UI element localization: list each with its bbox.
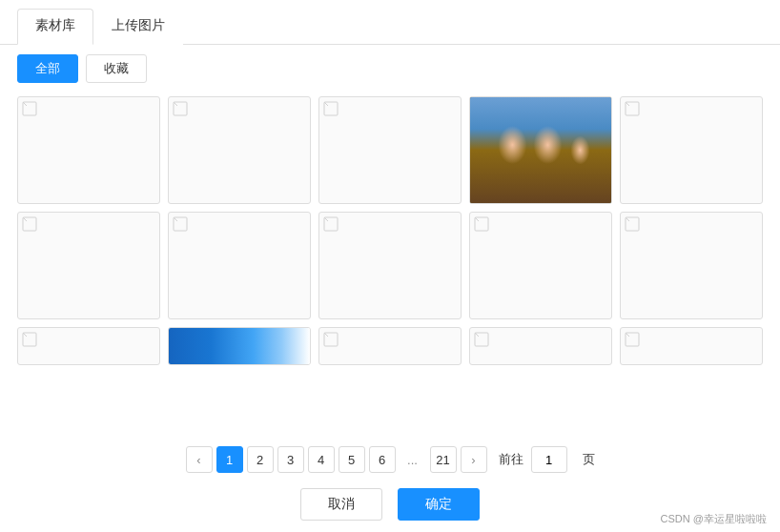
svg-line-42	[626, 217, 629, 221]
svg-line-46	[324, 333, 328, 337]
broken-image-icon	[625, 216, 640, 232]
broken-image-icon	[173, 101, 188, 116]
svg-line-1	[23, 102, 27, 106]
filter-favorites-button[interactable]: 收藏	[86, 54, 147, 83]
broken-image-icon	[625, 101, 640, 116]
svg-rect-24	[534, 148, 548, 154]
image-cell-1[interactable]	[17, 96, 160, 204]
svg-rect-20	[526, 161, 543, 181]
image-cell-10[interactable]	[620, 212, 763, 319]
image-cell-9[interactable]	[469, 212, 612, 319]
svg-line-38	[324, 217, 328, 221]
confirm-button[interactable]: 确定	[398, 488, 480, 521]
image-cell-7[interactable]	[168, 212, 311, 319]
svg-line-48	[475, 333, 479, 337]
svg-point-14	[580, 148, 596, 164]
image-cell-2[interactable]	[168, 96, 311, 204]
broken-image-icon	[22, 216, 37, 232]
image-cell-15[interactable]	[620, 327, 763, 365]
svg-point-28	[535, 138, 539, 143]
svg-point-12	[524, 139, 545, 160]
svg-rect-10	[576, 169, 582, 193]
page-btn-2[interactable]: 2	[247, 446, 274, 473]
tab-library[interactable]: 素材库	[17, 9, 93, 45]
broken-image-icon	[625, 332, 640, 347]
cancel-button[interactable]: 取消	[300, 488, 382, 521]
broken-image-icon	[323, 216, 339, 232]
svg-point-17	[555, 139, 574, 151]
main-container: 素材库 上传图片 全部 收藏	[0, 0, 780, 532]
svg-rect-23	[531, 153, 550, 164]
svg-line-40	[475, 217, 479, 221]
image-cell-8[interactable]	[318, 212, 462, 319]
broken-image-icon	[323, 101, 339, 116]
goto-suffix: 页	[583, 451, 595, 468]
watermark: CSDN @幸运星啦啦啦	[661, 512, 767, 526]
broken-image-icon	[22, 101, 37, 116]
svg-rect-7	[470, 151, 611, 204]
broken-image-icon	[22, 332, 37, 347]
image-cell-6[interactable]	[17, 212, 160, 319]
filter-all-button[interactable]: 全部	[17, 54, 78, 83]
image-cell-4[interactable]	[469, 96, 612, 204]
svg-rect-9	[500, 169, 505, 193]
filter-bar: 全部 收藏	[0, 45, 780, 92]
broken-image-icon	[173, 216, 188, 232]
prev-page-button[interactable]: ‹	[186, 446, 213, 473]
svg-rect-22	[581, 164, 595, 180]
page-btn-6[interactable]: 6	[369, 446, 396, 473]
svg-line-34	[23, 217, 27, 221]
svg-rect-8	[494, 162, 588, 169]
page-ellipsis: ...	[400, 446, 426, 473]
blue-banner-image	[169, 328, 310, 364]
svg-line-50	[626, 333, 629, 337]
goto-input[interactable]	[531, 446, 567, 473]
cartoon-image	[470, 97, 611, 203]
image-cell-3[interactable]	[318, 96, 462, 204]
svg-line-5	[324, 102, 328, 106]
goto-prefix: 前往	[499, 451, 523, 468]
svg-point-16	[524, 133, 545, 148]
svg-line-36	[174, 217, 177, 221]
image-cell-14[interactable]	[469, 327, 612, 365]
broken-image-icon	[474, 332, 489, 347]
svg-line-44	[23, 333, 27, 337]
svg-line-3	[174, 102, 177, 106]
page-btn-1[interactable]: 1	[216, 446, 243, 473]
svg-line-32	[626, 102, 629, 106]
image-cell-12[interactable]	[168, 327, 311, 365]
page-btn-4[interactable]: 4	[308, 446, 335, 473]
image-grid	[0, 92, 780, 439]
svg-rect-19	[497, 163, 513, 181]
page-btn-last[interactable]: 21	[430, 446, 457, 473]
tab-upload[interactable]: 上传图片	[93, 9, 183, 45]
svg-rect-21	[556, 163, 572, 181]
broken-image-icon	[474, 216, 489, 232]
svg-point-30	[544, 138, 548, 143]
image-cell-13[interactable]	[318, 327, 462, 365]
page-btn-5[interactable]: 5	[339, 446, 365, 473]
tabs-bar: 素材库 上传图片	[0, 0, 780, 45]
svg-rect-6	[470, 97, 611, 203]
page-btn-3[interactable]: 3	[277, 446, 304, 473]
svg-point-18	[580, 144, 596, 153]
svg-point-13	[555, 144, 574, 163]
svg-point-11	[496, 144, 515, 163]
cartoon-svg	[470, 97, 611, 203]
svg-point-15	[496, 139, 515, 151]
pagination-bar: ‹ 1 2 3 4 5 6 ... 21 › 前往 页	[0, 439, 780, 481]
image-cell-5[interactable]	[620, 96, 763, 204]
svg-point-29	[540, 137, 544, 142]
next-page-button[interactable]: ›	[461, 446, 487, 473]
broken-image-icon	[323, 332, 339, 347]
image-cell-11[interactable]	[17, 327, 160, 365]
